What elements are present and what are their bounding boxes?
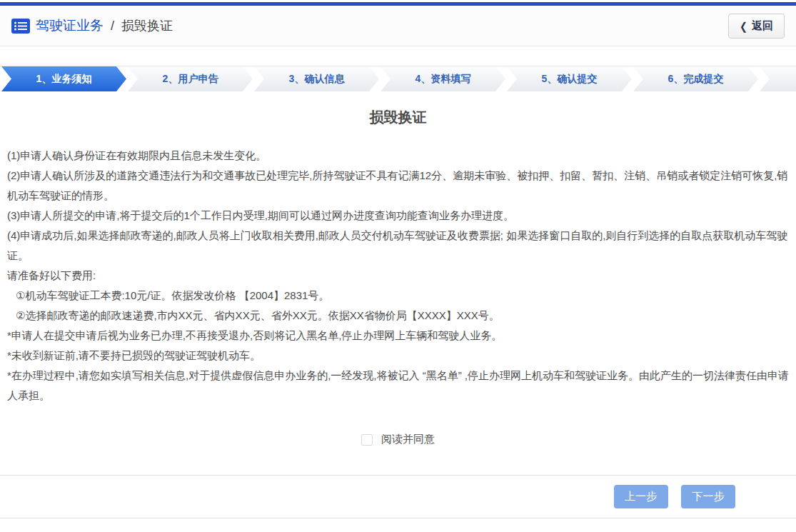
step-tab[interactable]: 3、确认信息 [254, 66, 379, 91]
agree-label: 阅读并同意 [381, 433, 435, 446]
notice-paragraph: (4)申请成功后,如果选择邮政寄递的,邮政人员将上门收取相关费用,邮政人员交付机… [7, 226, 789, 266]
page-title: 损毁换证 [0, 107, 796, 127]
breadcrumb-page: 损毁换证 [121, 17, 173, 34]
notice-paragraph: ②选择邮政寄递的邮政速递费,市内XX元、省内XX元、省外XX元。依据XX省物价局… [7, 306, 789, 326]
back-button[interactable]: ❮ 返回 [728, 14, 785, 39]
step-tab-label: 4、资料填写 [415, 73, 471, 86]
notice-paragraph: (3)申请人所提交的申请,将于提交后的1个工作日内受理,期间可以通过网办进度查询… [7, 206, 789, 226]
step-tab[interactable]: 6、完成提交 [633, 66, 758, 91]
step-tab-label: 3、确认信息 [289, 73, 345, 86]
step-tab[interactable]: 4、资料填写 [381, 66, 505, 91]
notice-paragraph: *申请人在提交申请后视为业务已办理,不再接受退办,否则将记入黑名单,停止办理网上… [7, 326, 789, 346]
notice-paragraph: (2)申请人确认所涉及的道路交通违法行为和交通事故已处理完毕,所持驾驶证不具有记… [7, 166, 789, 206]
previous-step-button[interactable]: 上一步 [614, 485, 668, 508]
list-icon [11, 19, 30, 34]
breadcrumb-section: 驾驶证业务 [36, 16, 104, 35]
notice-paragraph: 请准备好以下费用: [7, 266, 789, 286]
breadcrumb: 驾驶证业务 / 损毁换证 [11, 16, 173, 35]
step-tab[interactable]: 1、业务须知 [1, 66, 126, 91]
notice-paragraph: ①机动车驾驶证工本费:10元/证。依据发改价格 【2004】2831号。 [7, 286, 789, 306]
chevron-left-icon: ❮ [740, 21, 747, 31]
step-progress-bar: 1、业务须知 2、用户申告 3、确认信息 4、资料填写 5、确认提交 6、完成提… [0, 66, 796, 91]
agree-checkbox[interactable] [361, 434, 373, 446]
step-tab-label: 2、用户申告 [163, 73, 218, 86]
next-step-button[interactable]: 下一步 [681, 485, 735, 508]
footer-actions: 上一步 下一步 [0, 475, 796, 518]
main-content: 损毁换证 (1)申请人确认身份证在有效期限内且信息未发生变化。 (2)申请人确认… [0, 107, 796, 446]
notice-paragraph: *在办理过程中,请您如实填写相关信息,对于提供虚假信息申办业务的,一经发现,将被… [7, 366, 789, 406]
notice-paragraph: *未收到新证前,请不要持已损毁的驾驶证驾驶机动车。 [7, 346, 789, 366]
step-tab[interactable]: 5、确认提交 [507, 66, 632, 91]
notice-text: (1)申请人确认身份证在有效期限内且信息未发生变化。 (2)申请人确认所涉及的道… [0, 146, 796, 406]
page-header: 驾驶证业务 / 损毁换证 ❮ 返回 [0, 6, 796, 46]
step-tab-label: 6、完成提交 [668, 73, 724, 86]
notice-paragraph: (1)申请人确认身份证在有效期限内且信息未发生变化。 [7, 146, 789, 166]
step-tab-label: 5、确认提交 [542, 73, 598, 86]
agree-row: 阅读并同意 [0, 433, 796, 446]
back-button-label: 返回 [752, 19, 773, 33]
step-tab-label: 1、业务须知 [36, 73, 92, 86]
breadcrumb-separator: / [111, 19, 114, 34]
step-tab[interactable]: 2、用户申告 [128, 66, 253, 91]
